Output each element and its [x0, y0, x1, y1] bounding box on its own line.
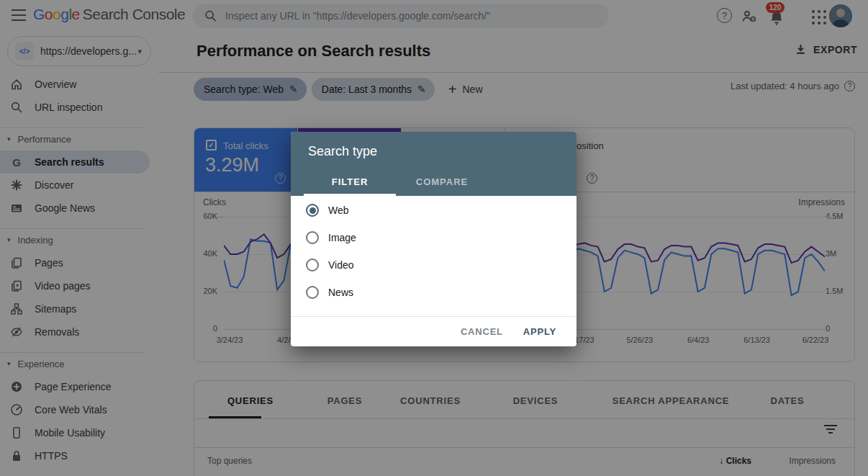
search-type-dialog: Search type FILTER COMPARE Web Image Vid…: [291, 132, 577, 346]
radio-unselected-icon[interactable]: [306, 259, 319, 271]
dialog-footer: CANCEL APPLY: [291, 316, 577, 346]
dialog-header: Search type FILTER COMPARE: [291, 132, 577, 196]
option-web[interactable]: Web: [291, 197, 577, 224]
cancel-button[interactable]: CANCEL: [461, 326, 503, 337]
option-video[interactable]: Video: [291, 251, 577, 279]
apply-button[interactable]: APPLY: [523, 326, 556, 337]
radio-unselected-icon[interactable]: [306, 286, 319, 299]
tab-compare[interactable]: COMPARE: [396, 170, 488, 196]
option-label: News: [328, 287, 353, 298]
dialog-title: Search type: [308, 144, 377, 159]
radio-selected-icon[interactable]: [306, 204, 319, 217]
search-console-app: GoogleSearch Console ? 120: [0, 0, 868, 476]
tab-filter[interactable]: FILTER: [304, 170, 396, 196]
dialog-tabs: FILTER COMPARE: [304, 170, 488, 196]
option-label: Web: [328, 205, 349, 216]
option-label: Image: [328, 232, 356, 243]
option-image[interactable]: Image: [291, 224, 577, 251]
radio-dot: [309, 207, 316, 214]
option-label: Video: [328, 259, 354, 271]
option-news[interactable]: News: [291, 279, 577, 306]
dialog-body: Web Image Video News: [291, 196, 577, 306]
radio-unselected-icon[interactable]: [306, 231, 319, 244]
